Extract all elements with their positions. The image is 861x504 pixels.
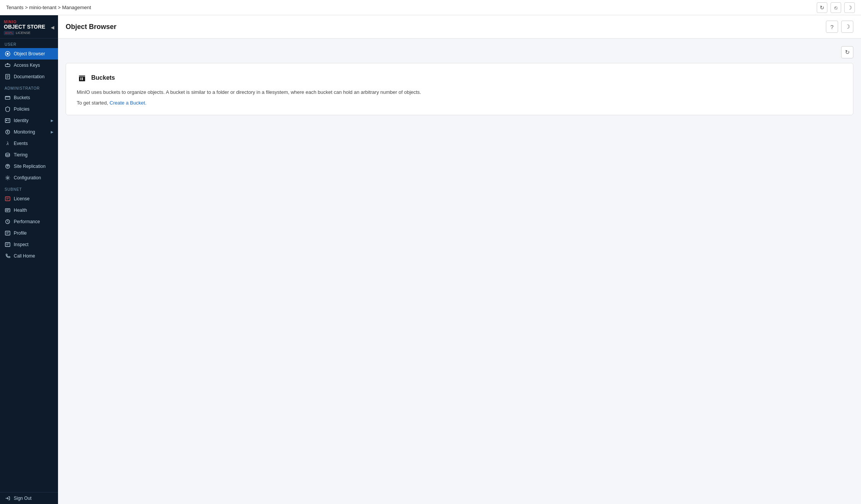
sidebar-item-documentation-label: Documentation [14, 74, 53, 79]
svg-rect-28 [5, 243, 10, 247]
topbar-logout-button[interactable]: ⎋ [830, 2, 841, 13]
monitoring-icon [5, 129, 11, 135]
buckets-icon [5, 95, 11, 101]
documentation-icon [5, 74, 11, 80]
health-icon [5, 207, 11, 213]
sidebar-item-object-browser[interactable]: Object Browser [0, 48, 58, 60]
policies-icon [5, 106, 11, 112]
sidebar-item-inspect[interactable]: Inspect [0, 239, 58, 250]
page-help-button[interactable]: ? [826, 21, 838, 33]
sidebar-item-policies-label: Policies [14, 106, 53, 112]
svg-point-11 [6, 119, 8, 121]
access-keys-icon [5, 62, 11, 68]
sidebar-item-sign-out-label: Sign Out [14, 496, 53, 501]
main-content: Object Browser ? ☽ ↻ Buckets MinIO uses … [58, 15, 861, 504]
sidebar-item-tiering-label: Tiering [14, 152, 53, 158]
svg-rect-10 [5, 119, 10, 123]
topbar-actions: ↻ ⎋ ☽ [817, 2, 855, 13]
logo-license: LICENSE [16, 31, 31, 35]
sidebar-item-events-label: Events [14, 141, 53, 146]
call-home-icon [5, 253, 11, 259]
sidebar-item-configuration[interactable]: Configuration [0, 172, 58, 184]
sidebar-collapse-button[interactable]: ◀ [51, 25, 54, 30]
topbar-theme-button[interactable]: ☽ [844, 2, 855, 13]
sidebar-item-call-home[interactable]: Call Home [0, 250, 58, 262]
inspect-icon [5, 242, 11, 248]
buckets-card: Buckets MinIO uses buckets to organize o… [66, 63, 853, 115]
sidebar-item-health-label: Health [14, 208, 53, 213]
content-area: ↻ Buckets MinIO uses buckets to organize… [58, 39, 861, 504]
sidebar-item-performance[interactable]: Performance [0, 216, 58, 227]
page-header: Object Browser ? ☽ [58, 15, 861, 39]
site-replication-icon [5, 163, 11, 169]
page-header-actions: ? ☽ [826, 21, 853, 33]
svg-rect-20 [5, 197, 10, 201]
sidebar-item-site-replication-label: Site Replication [14, 164, 53, 169]
sidebar-item-access-keys[interactable]: Access Keys [0, 60, 58, 71]
sidebar-item-buckets-label: Buckets [14, 95, 53, 100]
sidebar-item-events[interactable]: λ Events [0, 138, 58, 149]
logo-objectstore: OBJECT STORE [4, 24, 45, 29]
sidebar-item-identity-label: Identity [14, 118, 48, 123]
sidebar-item-buckets[interactable]: Buckets [0, 92, 58, 103]
sidebar-item-sign-out[interactable]: Sign Out [0, 493, 58, 504]
buckets-card-header: Buckets [77, 72, 842, 83]
sidebar-item-configuration-label: Configuration [14, 175, 53, 180]
logo-agpl: AGPL [4, 31, 14, 35]
sidebar: MINIO OBJECT STORE AGPL LICENSE ◀ User O… [0, 15, 58, 504]
configuration-icon [5, 175, 11, 181]
sidebar-logo-area: MINIO OBJECT STORE AGPL LICENSE ◀ [0, 15, 58, 39]
identity-icon [5, 118, 11, 124]
content-refresh-button[interactable]: ↻ [841, 46, 853, 58]
sidebar-item-license[interactable]: License [0, 193, 58, 204]
buckets-card-link-prefix: To get started, [77, 100, 110, 106]
svg-rect-25 [5, 231, 10, 235]
sidebar-bottom: Sign Out [0, 492, 58, 504]
sidebar-item-identity[interactable]: Identity ▶ [0, 115, 58, 126]
license-icon [5, 196, 11, 202]
events-icon: λ [5, 140, 11, 147]
sidebar-section-subnet: Subnet [0, 184, 58, 193]
sidebar-item-site-replication[interactable]: Site Replication [0, 161, 58, 172]
page-title: Object Browser [66, 23, 116, 31]
svg-point-1 [6, 53, 8, 55]
profile-icon [5, 230, 11, 236]
svg-point-17 [6, 153, 10, 155]
sidebar-item-profile-label: Profile [14, 230, 53, 236]
topbar: Tenants > minio-tenant > Management ↻ ⎋ … [0, 0, 861, 15]
buckets-card-link-line: To get started, Create a Bucket. [77, 100, 842, 106]
svg-point-15 [7, 131, 8, 133]
monitoring-chevron-icon: ▶ [51, 130, 53, 134]
logo: MINIO OBJECT STORE AGPL LICENSE [4, 20, 45, 35]
sidebar-item-object-browser-label: Object Browser [14, 51, 53, 56]
buckets-card-icon [77, 72, 87, 83]
buckets-card-description: MinIO uses buckets to organize objects. … [77, 89, 842, 96]
sidebar-section-user: User [0, 39, 58, 48]
sidebar-item-monitoring-label: Monitoring [14, 129, 48, 135]
sidebar-item-license-label: License [14, 196, 53, 201]
page-theme-button[interactable]: ☽ [841, 21, 853, 33]
svg-rect-9 [5, 97, 10, 98]
sidebar-item-access-keys-label: Access Keys [14, 63, 53, 68]
sidebar-section-administrator: Administrator [0, 82, 58, 92]
layout: MINIO OBJECT STORE AGPL LICENSE ◀ User O… [0, 15, 861, 504]
buckets-card-title: Buckets [91, 74, 115, 81]
sidebar-item-inspect-label: Inspect [14, 242, 53, 247]
svg-point-19 [7, 177, 8, 179]
sidebar-item-tiering[interactable]: Tiering [0, 149, 58, 161]
sidebar-item-documentation[interactable]: Documentation [0, 71, 58, 82]
sidebar-item-policies[interactable]: Policies [0, 103, 58, 115]
create-bucket-link[interactable]: Create a Bucket. [110, 100, 147, 106]
identity-chevron-icon: ▶ [51, 119, 53, 122]
sidebar-item-call-home-label: Call Home [14, 253, 53, 259]
sidebar-item-monitoring[interactable]: Monitoring ▶ [0, 126, 58, 138]
performance-icon [5, 219, 11, 225]
svg-rect-2 [5, 64, 10, 66]
topbar-refresh-button[interactable]: ↻ [817, 2, 827, 13]
sidebar-item-health[interactable]: Health [0, 204, 58, 216]
sign-out-icon [5, 495, 11, 501]
sidebar-item-profile[interactable]: Profile [0, 227, 58, 239]
object-browser-icon [5, 51, 11, 57]
svg-rect-3 [7, 63, 8, 65]
sidebar-item-performance-label: Performance [14, 219, 53, 224]
